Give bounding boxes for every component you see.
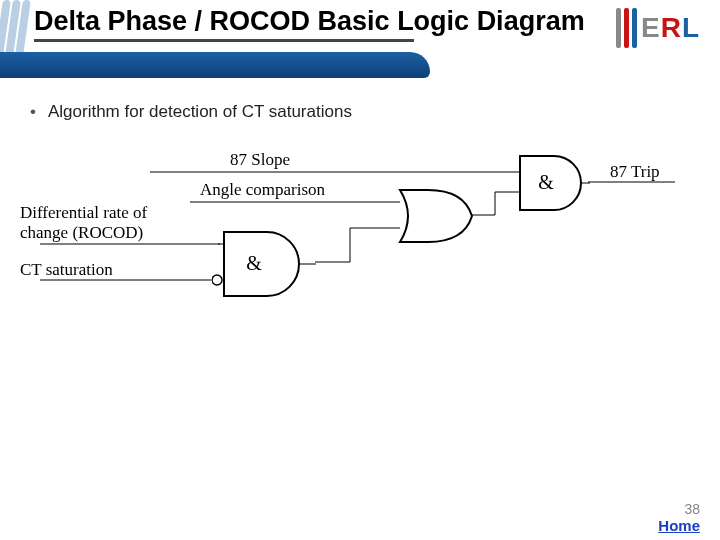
header-swoosh xyxy=(0,52,430,78)
gate-and2-text: & xyxy=(538,171,554,193)
logo-letter-l: L xyxy=(682,12,700,44)
signal-trip: 87 Trip xyxy=(610,162,660,182)
svg-point-11 xyxy=(212,275,222,285)
gate-and1: & xyxy=(212,230,322,300)
title-block: Delta Phase / ROCOD Basic Logic Diagram xyxy=(34,6,590,42)
signal-ctsat: CT saturation xyxy=(20,260,113,280)
signal-slope: 87 Slope xyxy=(230,150,290,170)
bullet-dot-icon: • xyxy=(30,102,36,122)
logo-letter-e: E xyxy=(641,12,661,44)
gate-or xyxy=(398,188,478,244)
gate-and2: & xyxy=(518,154,598,214)
signal-rocod-2: change (ROCOD) xyxy=(20,223,143,243)
home-link[interactable]: Home xyxy=(658,517,700,534)
title-underline xyxy=(34,39,414,42)
bullet-text: Algorithm for detection of CT saturation… xyxy=(48,102,352,122)
page-title: Delta Phase / ROCOD Basic Logic Diagram xyxy=(34,6,590,37)
gate-and1-text: & xyxy=(246,252,262,274)
page-number: 38 xyxy=(658,501,700,517)
erl-logo: E R L xyxy=(616,8,700,48)
logo-letter-r: R xyxy=(661,12,682,44)
footer: 38 Home xyxy=(658,501,700,534)
bullet-row: • Algorithm for detection of CT saturati… xyxy=(30,102,352,122)
signal-angle: Angle comparison xyxy=(200,180,325,200)
logo-bars-icon xyxy=(616,8,637,48)
signal-rocod-1: Differential rate of xyxy=(20,203,147,223)
logic-diagram: 87 Slope Angle comparison Differential r… xyxy=(40,150,680,350)
